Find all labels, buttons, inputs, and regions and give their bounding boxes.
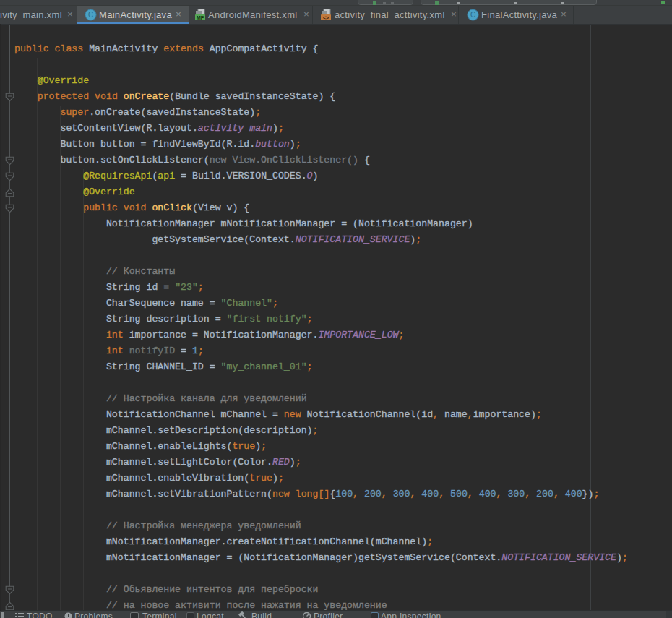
svg-text:C: C bbox=[470, 11, 475, 19]
svg-text:C: C bbox=[88, 11, 93, 19]
svg-text:<>: <> bbox=[323, 15, 329, 20]
svg-text:MF: MF bbox=[197, 15, 204, 20]
